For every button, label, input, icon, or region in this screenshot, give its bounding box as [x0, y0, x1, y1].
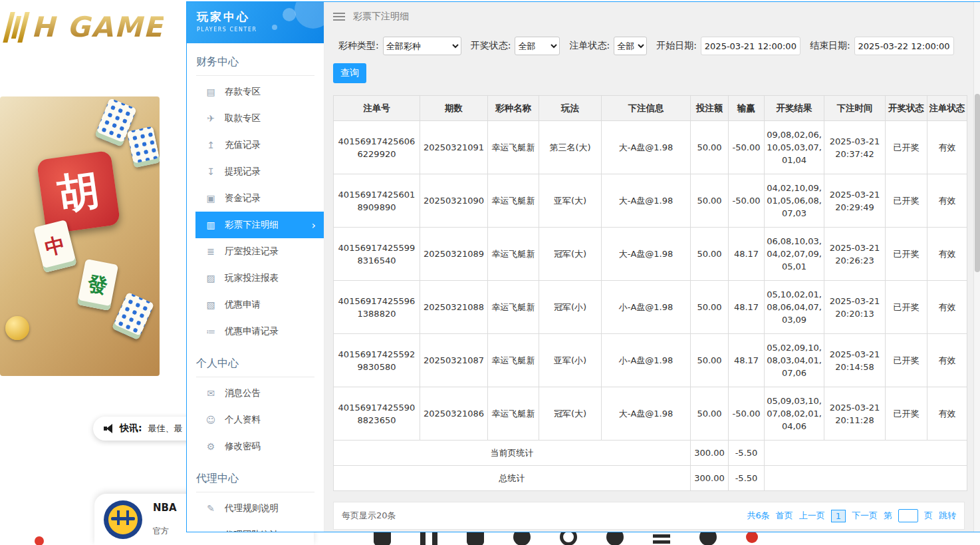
column-header: 期数 — [420, 96, 488, 121]
players-center-panel: 玩家中心 PLAYERS CENTER 财务中心 ▤ 存款专区 ✈ 取款专区 ↥… — [186, 1, 980, 532]
table-cell: 50.00 — [691, 121, 729, 174]
table-cell: 20250321086 — [420, 387, 488, 441]
password-gear-icon: ⚙ — [205, 441, 216, 452]
table-cell: 401569174255908823650 — [334, 387, 420, 441]
ticker-label: 快讯: — [120, 423, 142, 435]
table-cell: 有效 — [927, 387, 967, 441]
summary-empty-cell — [765, 441, 967, 466]
promo-record-icon: ≔ — [205, 326, 216, 337]
sidebar-item-deposit[interactable]: ▤ 存款专区 — [187, 79, 324, 105]
message-icon: ✉ — [205, 388, 216, 399]
sidebar-item-withdraw[interactable]: ✈ 取款专区 — [187, 105, 324, 132]
table-row: 401569174255998316540 20250321089 幸运飞艇新 … — [334, 228, 967, 281]
prev-page-link[interactable]: 上一页 — [799, 510, 825, 522]
bubble-decoration — [295, 2, 324, 29]
personal-section-heading: 个人中心 — [196, 357, 314, 377]
sidebar-item-agent-team-stats[interactable]: ▦ 代理团队统计 — [187, 522, 324, 532]
table-cell: 大-A盘@1.98 — [602, 121, 691, 174]
footer-logo-icon — [746, 531, 758, 543]
lottery-type-select[interactable]: 全部彩种 — [383, 37, 461, 55]
table-cell: 第三名(大) — [539, 121, 602, 174]
start-date-input[interactable] — [701, 37, 800, 55]
nba-subtitle: 官方 — [153, 526, 177, 537]
agent-rules-icon: ✎ — [205, 503, 216, 514]
table-cell: 20250321088 — [420, 281, 488, 334]
table-cell: 401569174256018909890 — [334, 174, 420, 228]
vertical-scrollbar — [973, 2, 980, 532]
withdrawal-record-icon: ↧ — [205, 166, 216, 177]
bubble-decoration — [283, 8, 296, 21]
search-button[interactable]: 查询 — [333, 63, 366, 83]
sidebar-item-player-bet-report[interactable]: ▨ 玩家投注报表 — [187, 265, 324, 291]
sidebar-item-label: 充值记录 — [225, 139, 261, 151]
table-cell: 48.17 — [729, 228, 765, 281]
column-header: 开奖状态 — [886, 96, 927, 121]
sidebar-item-messages[interactable]: ✉ 消息公告 — [187, 380, 324, 407]
mahjong-tile — [112, 292, 155, 341]
jump-button[interactable]: 跳转 — [939, 510, 956, 522]
sidebar-item-label: 消息公告 — [225, 387, 261, 399]
sidebar-item-promo-apply-records[interactable]: ≔ 优惠申请记录 — [187, 318, 324, 345]
finance-section-heading: 财务中心 — [196, 55, 314, 76]
column-header: 开奖结果 — [765, 96, 824, 121]
table-cell: 有效 — [927, 121, 967, 174]
end-date-input[interactable] — [854, 37, 954, 55]
menu-icon[interactable] — [333, 13, 345, 21]
table-cell: 48.17 — [729, 334, 765, 387]
scrollbar-thumb[interactable] — [975, 94, 980, 272]
table-cell: 401569174255961388820 — [334, 281, 420, 334]
next-page-link[interactable]: 下一页 — [852, 510, 878, 522]
recharge-icon: ↥ — [205, 140, 216, 150]
column-header: 投注额 — [691, 96, 729, 121]
table-cell: 小-A盘@1.98 — [602, 281, 691, 334]
table-cell: 2025-03-21 20:26:23 — [824, 228, 886, 281]
ticker-text: 最佳、最 — [148, 423, 183, 435]
table-cell: 幸运飞艇新 — [488, 281, 539, 334]
sidebar-item-label: 厅室投注记录 — [225, 246, 279, 258]
table-cell: 冠军(大) — [539, 387, 602, 441]
sidebar-item-label: 彩票下注明细 — [225, 219, 279, 231]
start-date-label: 开始日期: — [656, 40, 697, 52]
hall-bets-icon: ≣ — [205, 246, 216, 257]
first-page-link[interactable]: 首页 — [776, 510, 793, 522]
lottery-bets-icon: ▥ — [205, 220, 216, 230]
promo-banner: 胡 中 發 — [0, 96, 160, 376]
table-row: 401569174256018909890 20250321090 幸运飞艇新 … — [334, 174, 967, 228]
page-title: 彩票下注明细 — [353, 11, 409, 23]
sidebar-item-hall-bet-records[interactable]: ≣ 厅室投注记录 — [187, 238, 324, 265]
table-cell: 401569174256066229920 — [334, 121, 420, 174]
column-header: 注单号 — [334, 96, 420, 121]
current-page-indicator[interactable]: 1 — [831, 510, 846, 522]
table-cell: 2025-03-21 20:37:42 — [824, 121, 886, 174]
table-cell: 已开奖 — [886, 387, 927, 441]
table-cell: 已开奖 — [886, 121, 927, 174]
draw-status-select[interactable]: 全部 — [515, 37, 560, 55]
site-logo[interactable]: H GAME — [7, 11, 164, 43]
sidebar-item-label: 存款专区 — [225, 86, 261, 98]
table-cell: 幸运飞艇新 — [488, 334, 539, 387]
table-cell: 小-A盘@1.98 — [602, 334, 691, 387]
sidebar-item-change-password[interactable]: ⚙ 修改密码 — [187, 433, 324, 460]
table-cell: 401569174255998316540 — [334, 228, 420, 281]
sidebar-item-funds-records[interactable]: ▣ 资金记录 — [187, 185, 324, 212]
column-header: 下注时间 — [824, 96, 886, 121]
sidebar-header: 玩家中心 PLAYERS CENTER — [187, 2, 324, 43]
sidebar-item-lottery-bet-details[interactable]: ▥ 彩票下注明细 › — [195, 212, 324, 238]
table-cell: 05,10,02,01,08,06,04,07,03,09 — [765, 281, 824, 334]
table-row: 401569174255929830580 20250321087 幸运飞艇新 … — [334, 334, 967, 387]
table-cell: 20250321090 — [420, 174, 488, 228]
lottery-type-label: 彩种类型: — [338, 40, 379, 52]
sidebar-item-label: 修改密码 — [225, 441, 261, 453]
sidebar-item-withdrawal-records[interactable]: ↧ 提现记录 — [187, 158, 324, 185]
bet-status-select[interactable]: 全部 — [614, 37, 647, 55]
sidebar-item-recharge-records[interactable]: ↥ 充值记录 — [187, 132, 324, 158]
sidebar-item-agent-rules[interactable]: ✎ 代理规则说明 — [187, 495, 324, 522]
sidebar-item-profile[interactable]: ☺ 个人资料 — [187, 407, 324, 433]
table-cell: 已开奖 — [886, 334, 927, 387]
per-page-label: 每页显示20条 — [342, 510, 396, 522]
summary-label: 当前页统计 — [334, 441, 691, 466]
table-cell: 50.00 — [691, 334, 729, 387]
page-jump-input[interactable] — [898, 509, 918, 522]
mahjong-tile — [127, 126, 160, 168]
sidebar-item-promo-apply[interactable]: ▧ 优惠申请 — [187, 291, 324, 318]
